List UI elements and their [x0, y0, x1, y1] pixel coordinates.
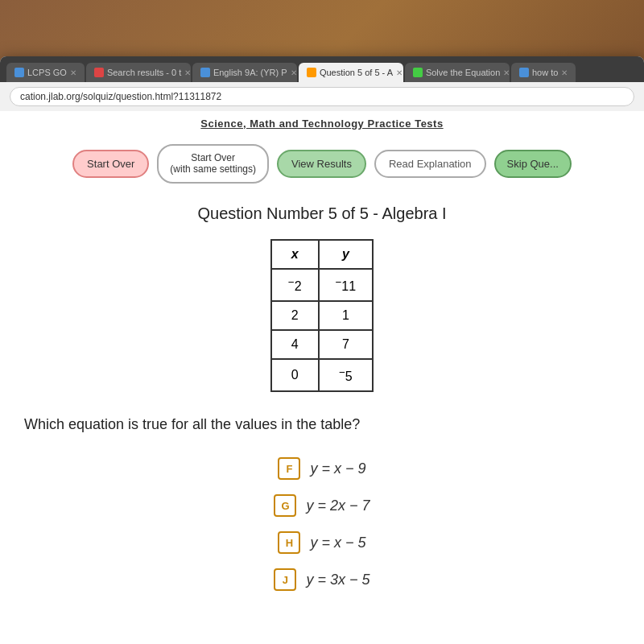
- table-row: 2 1: [271, 301, 373, 330]
- question-text: Which equation is true for all the value…: [0, 408, 644, 449]
- data-table: x y −2 −11 2 1 4: [270, 239, 374, 393]
- tab-label: LCPS GO: [27, 68, 67, 77]
- answer-option-f[interactable]: F y = x − 9: [278, 457, 365, 480]
- tab-close[interactable]: ✕: [561, 68, 568, 77]
- answer-text-g: y = 2x − 7: [306, 497, 369, 514]
- answers-container: F y = x − 9 G y = 2x − 7 H y = x − 5 J y…: [0, 449, 644, 599]
- tab-solve[interactable]: Solve the Equation ✕: [405, 63, 510, 82]
- start-over-settings-label-line1: Start Over: [191, 152, 235, 163]
- tab-close[interactable]: ✕: [396, 68, 402, 77]
- answer-option-j[interactable]: J y = 3x − 5: [274, 568, 369, 591]
- answer-text-j: y = 3x − 5: [306, 572, 369, 588]
- view-results-button[interactable]: View Results: [277, 150, 366, 178]
- tabs-row: LCPS GO ✕ Search results - 0 t ✕ English…: [0, 63, 644, 82]
- desktop: LCPS GO ✕ Search results - 0 t ✕ English…: [0, 0, 644, 644]
- tab-icon-english: [200, 68, 210, 77]
- toolbar: Start Over Start Over (with same setting…: [0, 136, 644, 192]
- tab-icon-lcps: [14, 68, 24, 77]
- answer-badge-h: H: [278, 531, 300, 554]
- tab-label: Search results - 0 t: [107, 68, 181, 77]
- start-over-button[interactable]: Start Over: [72, 150, 149, 178]
- tab-label: Solve the Equation: [426, 68, 500, 77]
- page-banner: Science, Math and Technology Practice Te…: [0, 111, 644, 136]
- tab-howto[interactable]: how to ✕: [511, 63, 576, 82]
- address-bar-row: cation.jlab.org/solquiz/question.html?11…: [0, 82, 644, 111]
- table-header-x: x: [271, 240, 319, 269]
- answer-badge-j: J: [274, 568, 296, 591]
- tab-close[interactable]: ✕: [503, 68, 510, 77]
- tab-icon-solve: [413, 68, 423, 77]
- tab-label: Question 5 of 5 - A: [320, 68, 393, 77]
- answer-option-g[interactable]: G y = 2x − 7: [274, 494, 369, 517]
- tab-close[interactable]: ✕: [70, 68, 76, 77]
- tab-icon-search: [94, 68, 104, 77]
- address-bar[interactable]: cation.jlab.org/solquiz/question.html?11…: [10, 87, 634, 106]
- table-cell: −11: [319, 269, 374, 301]
- table-cell: 1: [319, 301, 374, 330]
- browser-chrome: LCPS GO ✕ Search results - 0 t ✕ English…: [0, 56, 644, 111]
- tab-close[interactable]: ✕: [291, 68, 297, 77]
- tab-label: English 9A: (YR) P: [213, 68, 287, 77]
- answer-text-h: y = x − 5: [310, 535, 365, 551]
- table-cell: 7: [319, 330, 374, 359]
- answer-badge-g: G: [274, 494, 296, 517]
- start-over-settings-button[interactable]: Start Over (with same settings): [157, 144, 269, 184]
- browser-window: LCPS GO ✕ Search results - 0 t ✕ English…: [0, 56, 644, 644]
- table-cell: −2: [271, 269, 319, 301]
- question-title: Question Number 5 of 5 - Algebra I: [0, 204, 644, 223]
- answer-badge-f: F: [278, 457, 300, 480]
- table-cell: 2: [271, 301, 319, 330]
- table-row: 0 −5: [271, 359, 373, 391]
- table-cell: −5: [319, 359, 374, 391]
- table-cell: 0: [271, 359, 319, 391]
- tab-english[interactable]: English 9A: (YR) P ✕: [192, 63, 297, 82]
- table-cell: 4: [271, 330, 319, 359]
- answer-option-h[interactable]: H y = x − 5: [278, 531, 365, 554]
- read-explanation-button[interactable]: Read Explanation: [374, 150, 486, 178]
- page-content: Science, Math and Technology Practice Te…: [0, 111, 644, 644]
- tab-search[interactable]: Search results - 0 t ✕: [86, 63, 191, 82]
- table-container: x y −2 −11 2 1 4: [0, 239, 644, 393]
- table-row: 4 7: [271, 330, 373, 359]
- tab-question[interactable]: Question 5 of 5 - A ✕: [299, 63, 403, 82]
- tab-icon-question: [307, 68, 316, 77]
- tab-close[interactable]: ✕: [184, 68, 191, 77]
- tab-lcps-go[interactable]: LCPS GO ✕: [6, 63, 85, 82]
- table-row: −2 −11: [271, 269, 373, 301]
- start-over-settings-label-line2: (with same settings): [170, 163, 256, 175]
- skip-question-button[interactable]: Skip Que...: [494, 150, 572, 178]
- table-header-y: y: [319, 240, 374, 269]
- answer-text-f: y = x − 9: [310, 460, 365, 477]
- tab-label: how to: [532, 68, 558, 77]
- tab-icon-howto: [519, 68, 529, 77]
